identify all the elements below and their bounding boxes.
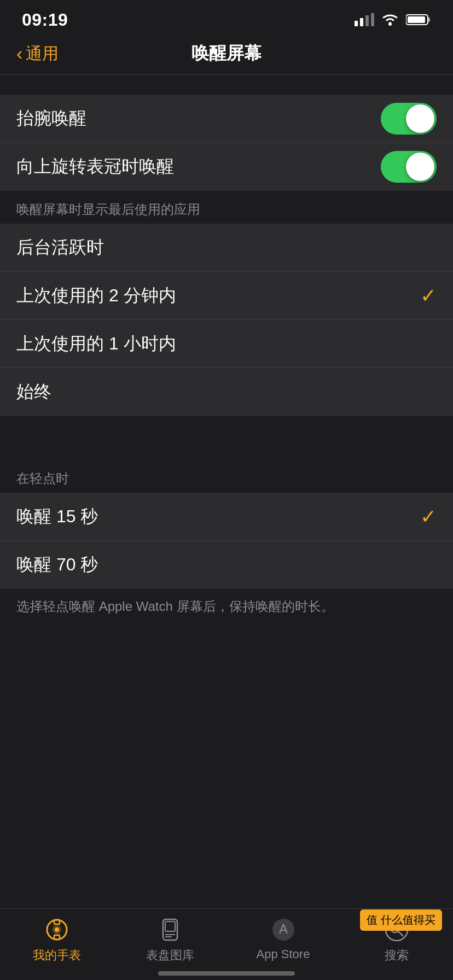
last-app-section-header: 唤醒屏幕时显示最后使用的应用: [0, 191, 453, 224]
signal-icon: [355, 13, 374, 26]
crown-rotate-toggle[interactable]: [381, 151, 437, 183]
last-app-option-0-label: 后台活跃时: [16, 236, 104, 260]
back-chevron-icon: ‹: [16, 44, 22, 62]
status-time: 09:19: [22, 10, 68, 30]
last-app-option-0[interactable]: 后台活跃时: [0, 224, 453, 272]
toggle-group: 抬腕唤醒 向上旋转表冠时唤醒: [0, 95, 453, 191]
raise-wrist-toggle-knob: [406, 104, 434, 133]
last-app-option-1-label: 上次使用的 2 分钟内: [16, 284, 176, 308]
tap-option-1-label: 唤醒 70 秒: [16, 553, 98, 577]
section-gap-1: [0, 75, 453, 95]
tab-app-store-label: App Store: [257, 947, 310, 961]
tab-search-label: 搜索: [385, 947, 409, 964]
last-app-option-2[interactable]: 上次使用的 1 小时内: [0, 320, 453, 368]
last-app-options-group: 后台活跃时 上次使用的 2 分钟内 ✓ 上次使用的 1 小时内 始终: [0, 224, 453, 416]
tap-option-0[interactable]: 唤醒 15 秒 ✓: [0, 493, 453, 541]
svg-rect-2: [365, 15, 369, 26]
tap-section-footer: 选择轻点唤醒 Apple Watch 屏幕后，保持唤醒的时长。: [0, 589, 453, 624]
svg-rect-6: [428, 18, 430, 22]
tab-watch-faces-label: 表盘图库: [146, 947, 194, 964]
last-app-option-3[interactable]: 始终: [0, 368, 453, 416]
battery-icon: [406, 13, 431, 26]
svg-point-4: [388, 22, 392, 26]
svg-point-12: [55, 928, 59, 932]
app-store-icon: A: [269, 915, 298, 944]
svg-rect-7: [408, 16, 425, 23]
nav-bar: ‹ 通用 唤醒屏幕: [0, 35, 453, 75]
crown-rotate-row[interactable]: 向上旋转表冠时唤醒: [0, 143, 453, 191]
tab-watch-faces[interactable]: 表盘图库: [135, 915, 206, 964]
main-content: 抬腕唤醒 向上旋转表冠时唤醒 唤醒屏幕时显示最后使用的应用 后台活跃时 上次使用…: [0, 75, 453, 711]
tap-options-group: 唤醒 15 秒 ✓ 唤醒 70 秒: [0, 493, 453, 589]
section-gap-2: [0, 416, 453, 460]
svg-rect-14: [165, 921, 175, 931]
raise-wrist-label: 抬腕唤醒: [16, 107, 86, 131]
my-watch-icon: [43, 915, 71, 944]
svg-rect-9: [54, 920, 60, 924]
tab-app-store[interactable]: A App Store: [248, 915, 319, 961]
svg-text:A: A: [278, 921, 287, 936]
home-indicator: [158, 971, 295, 976]
nav-back-button[interactable]: ‹ 通用: [16, 43, 59, 65]
svg-rect-3: [371, 13, 374, 26]
svg-rect-0: [355, 21, 358, 26]
raise-wrist-toggle[interactable]: [381, 103, 437, 135]
nav-back-label: 通用: [26, 43, 59, 65]
tab-my-watch-label: 我的手表: [33, 947, 81, 964]
tab-my-watch[interactable]: 我的手表: [21, 915, 92, 964]
tap-option-0-label: 唤醒 15 秒: [16, 505, 98, 529]
status-icons: [355, 13, 431, 26]
last-app-option-1[interactable]: 上次使用的 2 分钟内 ✓: [0, 272, 453, 320]
raise-wrist-row[interactable]: 抬腕唤醒: [0, 95, 453, 143]
wifi-icon: [381, 13, 399, 26]
last-app-option-3-label: 始终: [16, 380, 51, 404]
svg-rect-10: [54, 935, 60, 940]
last-app-option-2-label: 上次使用的 1 小时内: [16, 332, 176, 356]
watch-faces-icon: [156, 915, 184, 944]
tap-section-header: 在轻点时: [0, 460, 453, 493]
svg-rect-1: [360, 18, 363, 26]
watermark: 值 什么值得买: [360, 909, 442, 931]
last-app-option-1-checkmark: ✓: [420, 284, 437, 307]
svg-line-21: [398, 931, 403, 936]
tap-option-1[interactable]: 唤醒 70 秒: [0, 541, 453, 589]
status-bar: 09:19: [0, 0, 453, 35]
crown-rotate-toggle-knob: [406, 153, 434, 181]
tap-option-0-checkmark: ✓: [420, 505, 437, 528]
crown-rotate-label: 向上旋转表冠时唤醒: [16, 155, 174, 179]
nav-title: 唤醒屏幕: [191, 42, 262, 66]
